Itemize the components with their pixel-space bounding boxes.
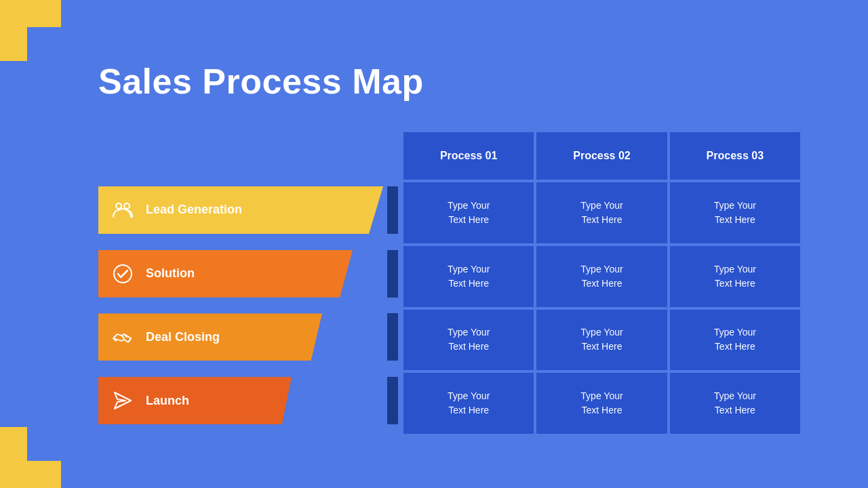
cell-text-r1-c3: Type YourText Here — [714, 199, 756, 227]
funnel-bar-solution: Solution — [98, 250, 353, 298]
funnel-label-deal-closing: Deal Closing — [146, 330, 220, 344]
cell-text-r2-c1: Type YourText Here — [448, 262, 490, 291]
svg-point-0 — [116, 203, 121, 209]
funnel-tab-4 — [387, 377, 398, 424]
cell-text-r1-c1: Type YourText Here — [448, 199, 490, 227]
paper-plane-icon — [112, 390, 134, 411]
funnel-row-deal-closing: Deal Closing — [98, 310, 390, 364]
cell-text-r4-c3: Type YourText Here — [714, 389, 756, 418]
cell-text-r4-c1: Type YourText Here — [448, 389, 490, 418]
process-header-01: Process 01 — [403, 132, 534, 180]
cell-text-r3-c3: Type YourText Here — [714, 325, 756, 354]
table-row: Type YourText Here Type YourText Here Ty… — [403, 246, 800, 307]
handshake-icon — [112, 326, 134, 348]
cell-r4-c3: Type YourText Here — [670, 373, 800, 434]
check-circle-icon — [112, 263, 134, 285]
funnel-bar-lead-generation: Lead Generation — [98, 186, 383, 234]
funnel-row-solution: Solution — [98, 247, 390, 301]
svg-point-2 — [114, 265, 132, 283]
cell-text-r1-c2: Type YourText Here — [580, 199, 623, 227]
cell-r3-c1: Type YourText Here — [403, 310, 534, 371]
cell-r4-c1: Type YourText Here — [403, 373, 534, 434]
table-row: Type YourText Here Type YourText Here Ty… — [403, 182, 800, 243]
cell-text-r2-c3: Type YourText Here — [714, 262, 756, 291]
table-data-rows: Type YourText Here Type YourText Here Ty… — [403, 182, 800, 434]
cell-r2-c1: Type YourText Here — [403, 246, 534, 307]
corner-decoration-bl — [0, 410, 78, 488]
cell-r4-c2: Type YourText Here — [536, 373, 667, 434]
page-title: Sales Process Map — [98, 61, 424, 102]
funnel-bar-launch: Launch — [98, 377, 292, 424]
cell-text-r3-c1: Type YourText Here — [448, 325, 490, 354]
cell-r1-c2: Type YourText Here — [536, 182, 667, 243]
svg-point-1 — [124, 203, 130, 209]
corner-decoration-tl — [0, 0, 78, 78]
process-header-03: Process 03 — [670, 132, 800, 180]
funnel-tab-3 — [387, 313, 398, 361]
funnel-label-launch: Launch — [146, 394, 189, 408]
cell-r2-c2: Type YourText Here — [536, 246, 667, 307]
funnel-label-lead-generation: Lead Generation — [146, 203, 242, 217]
funnel-area: Lead Generation Solution — [98, 132, 390, 434]
cell-r1-c1: Type YourText Here — [403, 182, 534, 243]
table-row: Type YourText Here Type YourText Here Ty… — [403, 310, 800, 371]
cell-r3-c2: Type YourText Here — [536, 310, 667, 371]
table-area: Process 01 Process 02 Process 03 Type Yo… — [403, 132, 800, 434]
funnel-tab-2 — [387, 250, 398, 298]
process-header-02: Process 02 — [536, 132, 667, 180]
svg-line-4 — [130, 338, 131, 341]
cell-r3-c3: Type YourText Here — [670, 310, 800, 371]
funnel-label-solution: Solution — [146, 266, 195, 281]
process-header-row: Process 01 Process 02 Process 03 — [403, 132, 800, 180]
content-area: Lead Generation Solution — [98, 132, 800, 434]
cell-r1-c3: Type YourText Here — [670, 182, 800, 243]
people-icon — [112, 199, 134, 221]
cell-r2-c3: Type YourText Here — [670, 246, 800, 307]
funnel-bar-deal-closing: Deal Closing — [98, 313, 322, 361]
cell-text-r3-c2: Type YourText Here — [580, 325, 623, 354]
funnel-tab-1 — [387, 186, 398, 234]
cell-text-r2-c2: Type YourText Here — [580, 262, 623, 291]
cell-text-r4-c2: Type YourText Here — [580, 389, 623, 418]
funnel-row-launch: Launch — [98, 373, 390, 428]
table-row: Type YourText Here Type YourText Here Ty… — [403, 373, 800, 434]
funnel-row-lead-generation: Lead Generation — [98, 183, 390, 237]
